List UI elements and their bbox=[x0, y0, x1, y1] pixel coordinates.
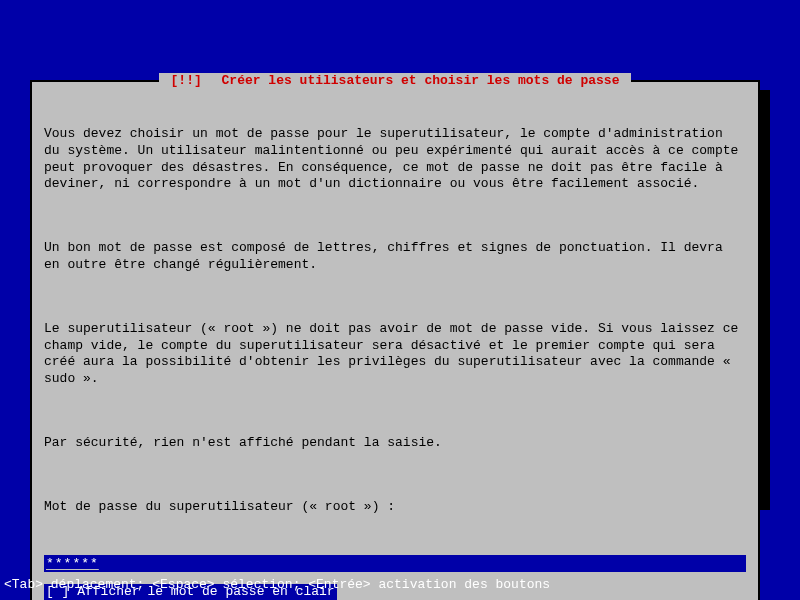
paragraph: Par sécurité, rien n'est affiché pendant… bbox=[44, 435, 746, 452]
paragraph: Un bon mot de passe est composé de lettr… bbox=[44, 240, 746, 274]
paragraph: Vous devez choisir un mot de passe pour … bbox=[44, 126, 746, 194]
footer-hint: <Tab> déplacement; <Espace> sélection; <… bbox=[4, 577, 550, 594]
paragraph: Le superutilisateur (« root ») ne doit p… bbox=[44, 321, 746, 389]
password-prompt: Mot de passe du superutilisateur (« root… bbox=[44, 499, 746, 516]
dialog-title-row: [!!] Créer les utilisateurs et choisir l… bbox=[32, 73, 758, 90]
dialog-title: [!!] Créer les utilisateurs et choisir l… bbox=[159, 73, 632, 88]
installer-dialog: [!!] Créer les utilisateurs et choisir l… bbox=[30, 80, 760, 600]
dialog-body: Vous devez choisir un mot de passe pour … bbox=[44, 92, 746, 555]
root-password-input[interactable]: ****** bbox=[44, 555, 746, 572]
